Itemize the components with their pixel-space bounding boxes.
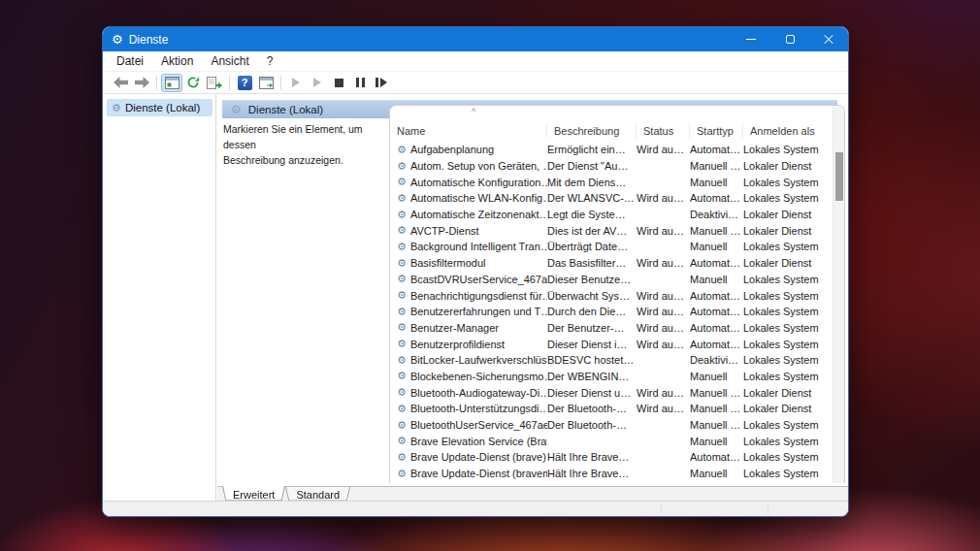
- services-listbox: ^ Name Beschreibung Status Starttyp Anme…: [389, 105, 845, 483]
- service-row[interactable]: ⚙ BcastDVRUserService_467ae Dieser Benut…: [390, 272, 833, 288]
- service-name: Bluetooth-Unterstützungsdi…: [410, 403, 547, 414]
- menu-hilfe[interactable]: ?: [258, 52, 282, 70]
- service-logon-cell: Lokales System: [743, 177, 833, 188]
- service-row[interactable]: ⚙ Benachrichtigungsdienst für… Überwacht…: [390, 287, 833, 304]
- column-header-status[interactable]: Status: [637, 123, 690, 138]
- start-service-button[interactable]: [285, 74, 307, 92]
- service-gear-icon: ⚙: [397, 387, 407, 398]
- maximize-button[interactable]: [770, 27, 809, 51]
- selection-description: Markieren Sie ein Element, um dessen Bes…: [223, 122, 390, 168]
- service-row[interactable]: ⚙ Aufgabenplanung Ermöglicht ein… Wird a…: [390, 142, 833, 158]
- pause-service-button[interactable]: [349, 74, 371, 92]
- help-button[interactable]: ?: [234, 74, 255, 92]
- service-status-cell: Wird au…: [637, 192, 690, 204]
- service-description-cell: Hält Ihre Brave…: [547, 468, 637, 479]
- service-name-cell: ⚙ Benutzer-Manager: [390, 322, 547, 334]
- service-logon-cell: Lokales System: [743, 371, 833, 382]
- service-description-cell: Überträgt Date…: [547, 241, 637, 252]
- service-starttype-cell: Automat…: [690, 322, 743, 334]
- description-line: Beschreibung anzuzeigen.: [223, 153, 390, 169]
- service-row[interactable]: ⚙ Benutzererfahrungen und T… Durch den D…: [390, 304, 833, 320]
- service-row[interactable]: ⚙ Background Intelligent Tran… Überträgt…: [390, 239, 833, 255]
- service-row[interactable]: ⚙ Brave Update-Dienst (brave) Hält Ihre …: [390, 449, 833, 466]
- service-row[interactable]: ⚙ Benutzerprofildienst Dieser Dienst i… …: [390, 336, 833, 352]
- services-gear-icon: ⚙: [231, 104, 242, 115]
- service-name: Basisfiltermodul: [410, 257, 486, 269]
- scrollbar-thumb[interactable]: [835, 152, 843, 201]
- service-row[interactable]: ⚙ Automatische WLAN-Konfig… Der WLANSVC-…: [390, 190, 833, 207]
- service-row[interactable]: ⚙ BitLocker-Laufwerkverschlüs… BDESVC ho…: [390, 352, 833, 369]
- service-description-cell: Dies ist der AV…: [547, 225, 637, 237]
- service-name-cell: ⚙ BitLocker-Laufwerkverschlüs…: [390, 354, 547, 366]
- refresh-icon: [186, 76, 200, 89]
- menu-ansicht[interactable]: Ansicht: [202, 52, 257, 70]
- action-pane-icon: [259, 77, 274, 89]
- service-row[interactable]: ⚙ Benutzer-Manager Der Benutzer-… Wird a…: [390, 320, 833, 337]
- description-line: Markieren Sie ein Element, um dessen: [223, 122, 390, 153]
- service-row[interactable]: ⚙ Automatische Konfiguration… Mit dem Di…: [390, 174, 833, 190]
- service-row[interactable]: ⚙ Blockebenen-Sicherungsmo… Der WBENGIN……: [390, 369, 833, 385]
- service-row[interactable]: ⚙: [390, 481, 833, 483]
- column-header-name[interactable]: Name: [390, 123, 547, 138]
- service-status-cell: Wird au…: [637, 387, 690, 399]
- service-row[interactable]: ⚙ Bluetooth-Unterstützungsdi… Der Blueto…: [390, 401, 833, 417]
- service-name: Benachrichtigungsdienst für…: [410, 290, 547, 302]
- service-row[interactable]: ⚙ Automatische Zeitzonenakt… Legt die Sy…: [390, 207, 833, 223]
- service-gear-icon: ⚙: [397, 339, 407, 349]
- refresh-button[interactable]: [182, 74, 204, 92]
- service-gear-icon: ⚙: [397, 436, 407, 446]
- column-header-starttyp[interactable]: Starttyp: [690, 123, 743, 138]
- export-list-button[interactable]: [204, 74, 225, 92]
- show-console-tree-button[interactable]: [161, 74, 182, 92]
- service-name-cell: ⚙ Blockebenen-Sicherungsmo…: [390, 371, 547, 382]
- service-status-cell: Wird au…: [637, 322, 690, 334]
- service-starttype-cell: Deaktivi…: [690, 354, 743, 366]
- service-starttype-cell: Automat…: [690, 290, 743, 302]
- service-description-cell: Der WBENGIN…: [547, 371, 637, 382]
- minimize-icon: [746, 39, 756, 40]
- service-name-cell: ⚙ AVCTP-Dienst: [390, 225, 547, 237]
- service-row[interactable]: ⚙ Basisfiltermodul Das Basisfilter… Wird…: [390, 255, 833, 272]
- service-name: Background Intelligent Tran…: [410, 241, 547, 252]
- service-name-cell: ⚙ Brave Update-Dienst (brave): [390, 451, 547, 463]
- close-button[interactable]: [809, 27, 848, 51]
- resume-service-button[interactable]: [307, 74, 328, 92]
- service-row[interactable]: ⚙ Bluetooth-Audiogateway-Di… Dieser Dien…: [390, 384, 833, 401]
- service-row[interactable]: ⚙ Autom. Setup von Geräten, … Der Dienst…: [390, 158, 833, 175]
- export-list-icon: [207, 77, 222, 89]
- service-row[interactable]: ⚙ AVCTP-Dienst Dies ist der AV… Wird au……: [390, 222, 833, 239]
- service-starttype-cell: Manuell …: [690, 225, 743, 237]
- service-gear-icon: ⚙: [397, 307, 407, 317]
- service-starttype-cell: Manuell: [690, 241, 743, 252]
- service-name-cell: ⚙ Basisfiltermodul: [390, 257, 547, 269]
- service-row[interactable]: ⚙ Brave Elevation Service (Brav… Manuell…: [390, 433, 833, 449]
- column-header-anmelden-als[interactable]: Anmelden als: [743, 123, 833, 138]
- services-gear-icon: ⚙: [112, 103, 121, 113]
- service-description-cell: Dieser Dienst u…: [547, 387, 637, 399]
- menu-aktion[interactable]: Aktion: [152, 52, 202, 70]
- minimize-button[interactable]: [732, 27, 770, 51]
- forward-arrow-icon: [135, 77, 149, 88]
- stop-service-button[interactable]: [328, 74, 349, 92]
- tree-item-dienste-lokal[interactable]: ⚙ Dienste (Lokal): [107, 99, 212, 116]
- service-name-cell: ⚙ Background Intelligent Tran…: [390, 241, 547, 252]
- show-action-pane-button[interactable]: [255, 74, 277, 92]
- restart-service-button[interactable]: [371, 74, 392, 92]
- service-name: Brave Elevation Service (Brav…: [410, 436, 547, 447]
- service-name-cell: ⚙ BluetoothUserService_467ae: [390, 419, 547, 431]
- service-row[interactable]: ⚙ Brave Update-Dienst (bravem) Hält Ihre…: [390, 466, 833, 482]
- column-header-beschreibung[interactable]: Beschreibung: [547, 123, 637, 138]
- menu-datei[interactable]: Datei: [108, 52, 152, 70]
- toolbar-separator: [156, 76, 157, 90]
- service-name: Autom. Setup von Geräten, …: [410, 160, 547, 172]
- service-gear-icon: ⚙: [397, 404, 407, 414]
- service-row[interactable]: ⚙ BluetoothUserService_467ae Der Bluetoo…: [390, 417, 833, 434]
- statusbar-divider: [661, 503, 662, 514]
- service-description-cell: Hält Ihre Brave…: [547, 451, 637, 463]
- service-logon-cell: Lokales System: [743, 274, 833, 285]
- service-logon-cell: Lokaler Dienst: [743, 225, 833, 237]
- forward-button[interactable]: [131, 74, 152, 92]
- back-button[interactable]: [110, 74, 131, 92]
- service-name: Benutzerprofildienst: [410, 339, 505, 350]
- vertical-scrollbar[interactable]: [833, 106, 844, 483]
